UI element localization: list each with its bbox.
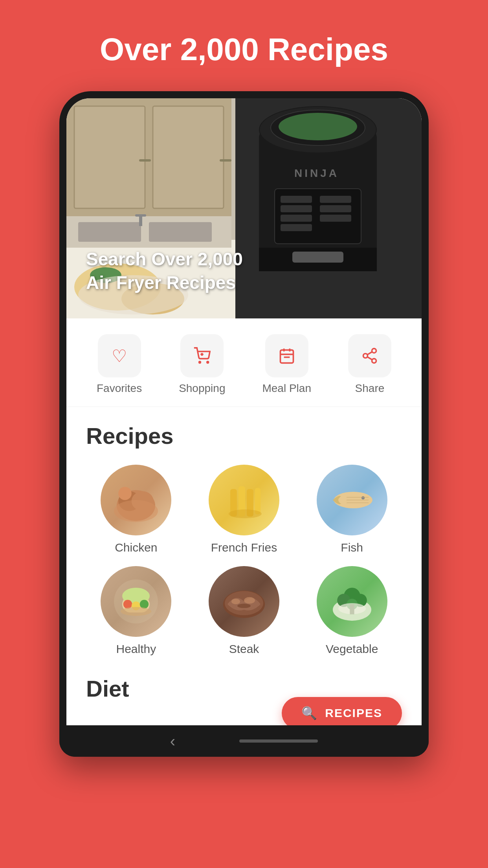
svg-point-42 [372,359,376,363]
svg-point-40 [372,349,376,353]
meal-plan-label: Meal Plan [262,382,311,395]
recipe-item-fries[interactable]: French Fries [194,465,294,554]
svg-point-57 [361,496,364,499]
search-button-label: RECIPES [325,706,382,720]
recipe-label-chicken: Chicken [115,541,157,554]
phone-bottom-bar: ‹ [59,725,429,757]
svg-point-48 [119,487,132,500]
recipe-label-steak: Steak [229,642,259,656]
svg-point-70 [231,599,240,604]
recipe-item-vegetable[interactable]: Vegetable [302,566,402,656]
svg-point-72 [237,604,251,608]
recipe-circle-chicken [101,465,171,535]
meal-plan-icon-box [265,334,308,377]
svg-rect-3 [74,106,145,208]
svg-rect-26 [320,205,351,212]
share-action[interactable]: Share [348,334,391,395]
svg-point-71 [244,597,255,604]
search-recipes-button[interactable]: 🔍 RECIPES [282,697,402,725]
favorites-icon-box: ♡ [98,334,141,377]
recipe-label-healthy: Healthy [116,642,156,656]
svg-point-41 [363,354,367,358]
recipes-title: Recipes [86,423,402,449]
svg-line-44 [367,352,372,355]
share-label: Share [355,382,385,395]
favorites-label: Favorites [97,382,142,395]
svg-rect-24 [281,224,312,231]
svg-rect-27 [320,215,351,222]
recipe-circle-vegetable [317,566,387,637]
svg-rect-35 [280,350,293,363]
svg-rect-9 [149,222,212,242]
recipe-circle-healthy [101,566,171,637]
svg-rect-11 [135,214,146,217]
recipe-item-fish[interactable]: Fish [302,465,402,554]
hero-text: Search Over 2,000 Air Fryer Recipes [86,248,259,295]
svg-point-79 [338,603,366,614]
back-button[interactable]: ‹ [170,732,175,750]
svg-point-54 [229,509,262,518]
recipe-grid: Chicken Frenc [86,465,402,656]
recipe-label-fish: Fish [341,541,363,554]
svg-rect-25 [320,196,351,203]
svg-rect-28 [292,252,343,263]
svg-rect-23 [281,215,312,222]
svg-rect-22 [281,205,312,212]
phone-screen: NINJA [66,98,422,725]
svg-rect-21 [281,196,312,203]
svg-point-34 [207,362,209,363]
svg-point-18 [279,113,357,140]
svg-point-49 [114,500,158,522]
svg-point-67 [121,607,151,616]
phone-device: NINJA [59,91,429,757]
svg-text:NINJA: NINJA [294,167,339,179]
recipe-circle-fries [209,465,279,535]
svg-point-33 [199,362,201,363]
diet-section: Diet 🔍 RECIPES [66,664,422,725]
search-button-icon: 🔍 [301,706,318,721]
shopping-icon-box [180,334,224,377]
hero-image: NINJA [66,98,422,318]
recipe-circle-steak [209,566,279,637]
header-title: Over 2,000 Recipes [0,0,488,91]
favorites-action[interactable]: ♡ Favorites [97,334,142,395]
svg-rect-8 [78,222,141,242]
svg-line-43 [367,357,372,360]
meal-plan-action[interactable]: Meal Plan [262,334,311,395]
share-icon-box [348,334,391,377]
svg-rect-4 [153,106,224,208]
svg-rect-5 [139,159,151,162]
recipe-label-fries: French Fries [211,541,277,554]
quick-actions-bar: ♡ Favorites Shopping [66,318,422,407]
svg-rect-6 [220,159,231,162]
recipe-label-vegetable: Vegetable [326,642,378,656]
home-indicator [239,739,318,743]
shopping-action[interactable]: Shopping [179,334,225,395]
recipe-item-healthy[interactable]: Healthy [86,566,186,656]
recipes-section: Recipes [66,407,422,664]
shopping-label: Shopping [179,382,225,395]
svg-rect-53 [255,488,261,514]
recipe-item-chicken[interactable]: Chicken [86,465,186,554]
recipe-item-steak[interactable]: Steak [194,566,294,656]
recipe-circle-fish [317,465,387,535]
